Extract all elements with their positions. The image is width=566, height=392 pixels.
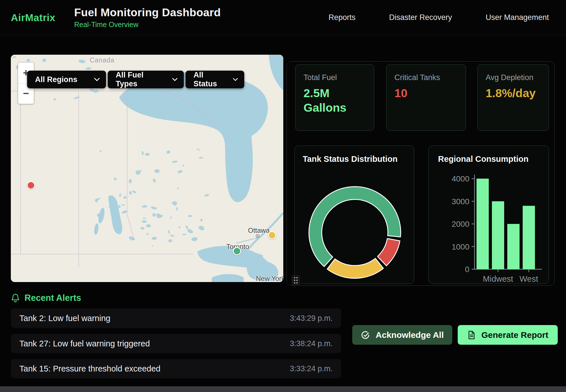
- report-file-icon: [467, 330, 476, 340]
- tank-marker-normal[interactable]: [233, 247, 241, 255]
- alert-text: Tank 15: Pressure threshold exceeded: [19, 364, 160, 373]
- nav-reports[interactable]: Reports: [329, 13, 356, 22]
- town-symbol-icon: [255, 234, 260, 238]
- drag-dots-icon: [294, 277, 298, 284]
- acknowledge-all-button[interactable]: Acknowledge All: [352, 325, 452, 345]
- kpi-label: Total Fuel: [304, 73, 366, 82]
- main-nav: Reports Disaster Recovery User Managemen…: [329, 13, 549, 22]
- fuel-map[interactable]: Canada + − All Regions All Fuel Types Al…: [11, 55, 283, 282]
- nav-disaster-recovery[interactable]: Disaster Recovery: [389, 13, 452, 22]
- regional-consumption-bars: 01000200030004000MidwestWest: [429, 146, 549, 284]
- svg-text:1000: 1000: [452, 242, 469, 251]
- page-subtitle: Real-Time Overview: [74, 21, 221, 29]
- chart-title: Regional Consumption: [438, 154, 528, 164]
- svg-text:West: West: [520, 274, 538, 283]
- alert-time: 3:43:29 p.m.: [290, 314, 333, 323]
- status-filter-label: All Status: [194, 71, 225, 88]
- tank-marker-critical[interactable]: [27, 181, 35, 189]
- chevron-down-icon: [94, 78, 100, 81]
- generate-report-label: Generate Report: [481, 330, 548, 340]
- map-city-label: Ottawa: [248, 226, 270, 234]
- status-filter-dropdown[interactable]: All Status: [186, 71, 244, 88]
- kpi-label: Avg Depletion: [486, 73, 541, 82]
- fuel-type-filter-dropdown[interactable]: All Fuel Types: [108, 71, 184, 88]
- chart-title: Tank Status Distribution: [303, 154, 398, 164]
- svg-text:0: 0: [465, 265, 469, 274]
- kpi-card-critical-tanks: Critical Tanks 10: [386, 64, 466, 131]
- resize-handle[interactable]: [292, 275, 300, 286]
- recent-alerts-title: Recent Alerts: [25, 293, 81, 303]
- app-header: AirMatrix Fuel Monitoring Dashboard Real…: [0, 0, 566, 35]
- svg-text:2000: 2000: [452, 220, 469, 228]
- alert-row[interactable]: Tank 15: Pressure threshold exceeded 3:3…: [11, 359, 341, 378]
- region-filter-dropdown[interactable]: All Regions: [27, 71, 106, 88]
- horizontal-scrollbar[interactable]: [0, 386, 566, 392]
- tank-status-donut: [295, 146, 414, 284]
- tank-marker-warning[interactable]: [268, 231, 276, 239]
- svg-text:3000: 3000: [452, 197, 469, 206]
- region-filter-label: All Regions: [35, 75, 78, 84]
- bell-icon: [11, 293, 20, 303]
- check-circle-icon: [361, 330, 370, 340]
- kpi-card-total-fuel: Total Fuel 2.5M Gallons: [295, 64, 374, 131]
- tank-status-card: Tank Status Distribution: [294, 146, 414, 284]
- kpi-value: 10: [394, 86, 458, 101]
- alert-row[interactable]: Tank 2: Low fuel warning 3:43:29 p.m.: [11, 309, 341, 328]
- page-title-block: Fuel Monitoring Dashboard Real-Time Over…: [74, 6, 221, 29]
- kpi-label: Critical Tanks: [394, 73, 458, 82]
- alert-time: 3:33:24 p.m.: [290, 364, 333, 373]
- alert-text: Tank 27: Low fuel warning triggered: [19, 339, 150, 348]
- brand-logo: AirMatrix: [11, 12, 55, 23]
- stats-panel: Total Fuel 2.5M Gallons Critical Tanks 1…: [286, 61, 555, 286]
- chevron-down-icon: [233, 78, 238, 81]
- page-title: Fuel Monitoring Dashboard: [74, 6, 221, 19]
- nav-user-management[interactable]: User Management: [486, 13, 549, 22]
- svg-text:4000: 4000: [452, 174, 469, 183]
- chevron-down-icon: [172, 78, 178, 81]
- map-country-label: Canada: [90, 56, 115, 64]
- alert-row[interactable]: Tank 27: Low fuel warning triggered 3:38…: [11, 334, 341, 353]
- generate-report-button[interactable]: Generate Report: [458, 325, 558, 345]
- fuel-type-filter-label: All Fuel Types: [116, 71, 165, 88]
- acknowledge-all-label: Acknowledge All: [376, 330, 444, 340]
- alert-text: Tank 2: Low fuel warning: [19, 314, 110, 323]
- recent-alerts-header: Recent Alerts: [11, 293, 81, 303]
- kpi-value: 2.5M Gallons: [304, 86, 366, 115]
- alert-time: 3:38:24 p.m.: [290, 339, 333, 348]
- map-city-label: New York: [256, 275, 283, 282]
- map-filters: All Regions All Fuel Types All Status: [27, 71, 244, 88]
- svg-text:Midwest: Midwest: [483, 274, 513, 283]
- kpi-value: 1.8%/day: [486, 86, 541, 101]
- regional-consumption-card: Regional Consumption 01000200030004000Mi…: [428, 146, 549, 284]
- kpi-card-avg-depletion: Avg Depletion 1.8%/day: [477, 64, 549, 131]
